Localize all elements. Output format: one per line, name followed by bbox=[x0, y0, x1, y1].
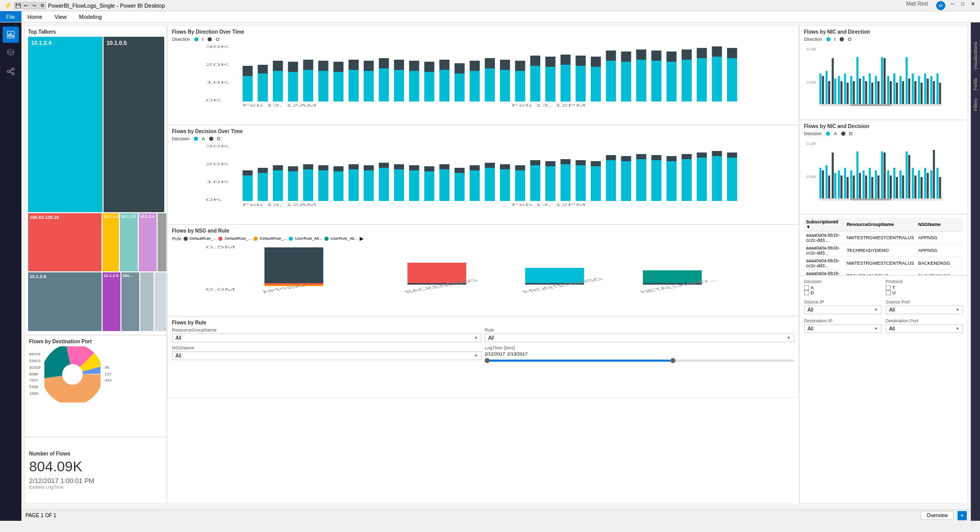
nsg-rule-legend: Rule DefaultRule_... DefaultRule_... Def… bbox=[172, 236, 794, 241]
sidebar-data-icon[interactable] bbox=[3, 45, 19, 61]
svg-rect-26 bbox=[288, 72, 298, 102]
rule-legend-more[interactable]: ▶ bbox=[360, 236, 364, 241]
menu-modeling[interactable]: Modeling bbox=[73, 11, 108, 22]
decision-a-cb[interactable] bbox=[804, 285, 809, 290]
flows-dir-legend: Direction I O bbox=[172, 37, 794, 42]
slider-thumb-left[interactable] bbox=[485, 358, 490, 363]
col-nsgname[interactable]: NSGName bbox=[916, 218, 963, 232]
svg-rect-109 bbox=[364, 165, 374, 170]
tm-cell-extra bbox=[158, 213, 167, 272]
fields-tab[interactable]: Fields bbox=[972, 74, 979, 94]
svg-rect-248 bbox=[902, 175, 904, 198]
rg-label: ResourceGroupName bbox=[172, 327, 482, 333]
svg-rect-60 bbox=[545, 67, 556, 102]
tm-cell-1: 10.1.0.4 bbox=[28, 37, 103, 212]
maximize-btn[interactable]: □ bbox=[960, 1, 966, 10]
svg-rect-110 bbox=[379, 168, 389, 201]
overview-tab[interactable]: Overview bbox=[921, 511, 953, 520]
svg-rect-208 bbox=[914, 81, 916, 104]
svg-rect-241 bbox=[881, 151, 883, 198]
svg-rect-225 bbox=[832, 153, 834, 198]
rg-value: All bbox=[175, 335, 181, 341]
dir-legend-i-label: I bbox=[203, 37, 204, 42]
svg-rect-145 bbox=[636, 154, 646, 159]
svg-rect-3 bbox=[12, 35, 13, 37]
svg-rect-140 bbox=[606, 160, 616, 201]
rule-dropdown[interactable]: All ▼ bbox=[485, 334, 794, 342]
decision-d-label: D bbox=[811, 290, 814, 295]
svg-rect-238 bbox=[871, 177, 873, 198]
dest-port-label: Destination.Port bbox=[886, 318, 963, 323]
col-subscriptionid[interactable]: SubscriptionId ▼ bbox=[804, 218, 845, 232]
menu-view[interactable]: View bbox=[48, 11, 73, 22]
svg-rect-258 bbox=[933, 150, 935, 198]
svg-text:0.0M: 0.0M bbox=[206, 287, 236, 292]
svg-rect-69 bbox=[606, 50, 616, 61]
menu-home[interactable]: Home bbox=[21, 11, 48, 22]
svg-rect-182 bbox=[834, 79, 836, 104]
svg-rect-33 bbox=[334, 62, 344, 72]
svg-rect-148 bbox=[666, 161, 676, 201]
dest-ip-dropdown[interactable]: All ▼ bbox=[804, 324, 882, 333]
svg-rect-27 bbox=[288, 62, 298, 72]
svg-rect-209 bbox=[918, 76, 920, 104]
decision-filter: Decision A D bbox=[804, 279, 882, 295]
flows-rule-filters: ResourceGroupName All ▼ Rule All bbox=[172, 327, 794, 365]
visualizations-tab[interactable]: Visualizations bbox=[972, 38, 979, 74]
svg-rect-257 bbox=[931, 170, 933, 198]
settings-icon[interactable]: ⚙ bbox=[39, 2, 46, 9]
svg-rect-253 bbox=[918, 170, 920, 198]
svg-rect-65 bbox=[575, 56, 586, 66]
save-icon[interactable]: 💾 bbox=[14, 2, 21, 9]
svg-rect-84 bbox=[727, 58, 737, 102]
protocol-u-cb[interactable] bbox=[886, 290, 891, 295]
svg-rect-43 bbox=[409, 61, 419, 71]
svg-rect-112 bbox=[394, 169, 404, 201]
source-ip-filter: Source.IP All ▼ bbox=[804, 299, 882, 314]
window-controls: Matt Rest M ─ □ ✕ bbox=[906, 1, 976, 10]
minimize-btn[interactable]: ─ bbox=[949, 1, 956, 10]
sidebar-model-icon[interactable] bbox=[3, 63, 19, 80]
add-page-btn[interactable]: + bbox=[958, 511, 967, 520]
dir-legend-o-dot bbox=[208, 37, 212, 41]
svg-rect-100 bbox=[303, 169, 313, 201]
nic-dir-chart-svg: 0.1M 0.0M bbox=[804, 43, 963, 109]
nsg-dropdown[interactable]: All ▼ bbox=[172, 351, 482, 360]
menu-file[interactable]: File bbox=[0, 11, 21, 22]
protocol-t-cb[interactable] bbox=[886, 285, 891, 290]
svg-rect-52 bbox=[485, 68, 495, 102]
filters-tab[interactable]: Filters bbox=[972, 94, 979, 115]
svg-rect-68 bbox=[606, 61, 616, 102]
svg-text:10K: 10K bbox=[206, 80, 230, 85]
app-icon: ⚡ bbox=[4, 2, 12, 9]
svg-rect-203 bbox=[899, 76, 901, 104]
svg-rect-147 bbox=[651, 155, 662, 160]
decision-d-cb[interactable] bbox=[804, 290, 809, 295]
svg-point-15 bbox=[62, 364, 83, 385]
source-ip-dropdown[interactable]: All ▼ bbox=[804, 306, 882, 314]
svg-rect-210 bbox=[920, 83, 922, 104]
svg-rect-127 bbox=[500, 164, 510, 169]
rg-dropdown[interactable]: All ▼ bbox=[172, 334, 482, 342]
redo-icon[interactable]: ↪ bbox=[31, 2, 38, 9]
slider-thumb-right[interactable] bbox=[670, 358, 675, 363]
sidebar-report-icon[interactable] bbox=[3, 27, 19, 43]
close-btn[interactable]: ✕ bbox=[970, 1, 976, 10]
undo-icon[interactable]: ↩ bbox=[22, 2, 30, 9]
col-resourcegroupname[interactable]: ResourceGroupName bbox=[845, 218, 916, 232]
nic-dec-title: Flows by NIC and Decision bbox=[804, 123, 963, 129]
tm-cell-7: 10.1.2.6 bbox=[28, 272, 102, 331]
rule-filter: Rule All ▼ bbox=[485, 327, 794, 342]
svg-rect-233 bbox=[857, 151, 859, 198]
dest-port-dropdown[interactable]: All ▼ bbox=[886, 324, 963, 333]
svg-text:0.5M: 0.5M bbox=[206, 245, 236, 249]
svg-rect-98 bbox=[288, 171, 298, 201]
nsg-rule-chart-svg: 0.5M 0.0M bbox=[172, 242, 794, 298]
svg-rect-78 bbox=[682, 60, 692, 102]
logtime-slider[interactable] bbox=[485, 360, 794, 362]
svg-rect-120 bbox=[455, 173, 465, 201]
svg-rect-74 bbox=[651, 61, 662, 102]
window-title: PowerBI_FlowLogs_Single - Power BI Deskt… bbox=[48, 3, 165, 9]
svg-rect-215 bbox=[937, 73, 939, 104]
source-port-dropdown[interactable]: All ▼ bbox=[886, 306, 963, 314]
